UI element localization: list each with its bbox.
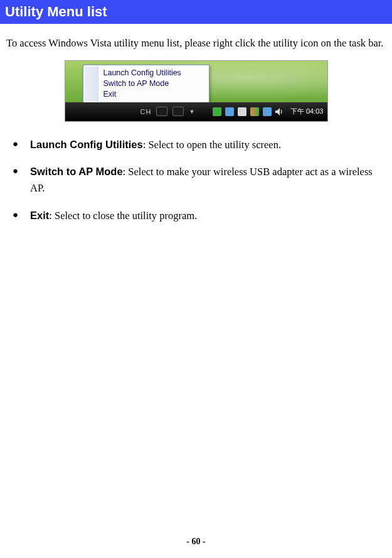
bullet-term: Switch to AP Mode xyxy=(30,166,123,177)
bullet-item-launch: ● Launch Config Utilities: Select to ope… xyxy=(6,137,386,153)
bullet-dot-icon: ● xyxy=(6,137,30,151)
context-menu: Launch Config Utilities Switch to AP Mod… xyxy=(83,65,209,103)
bullet-dot-icon: ● xyxy=(6,208,30,222)
context-menu-items: Launch Config Utilities Switch to AP Mod… xyxy=(98,67,208,101)
svg-marker-0 xyxy=(275,108,280,115)
intro-paragraph: To access Windows Vista utility menu lis… xyxy=(0,24,392,54)
ime-mode-icon[interactable] xyxy=(156,107,167,116)
context-menu-gutter xyxy=(85,67,98,101)
menu-item-exit[interactable]: Exit xyxy=(98,89,208,100)
bullet-list: ● Launch Config Utilities: Select to ope… xyxy=(0,131,392,223)
bullet-item-switch: ● Switch to AP Mode: Select to make your… xyxy=(6,164,386,196)
menu-item-launch-config[interactable]: Launch Config Utilities xyxy=(98,68,208,78)
screenshot-vista-taskbar: Launch Config Utilities Switch to AP Mod… xyxy=(65,60,328,122)
tray-app2-icon[interactable] xyxy=(238,107,246,116)
tray-network-icon[interactable] xyxy=(213,107,221,116)
bullet-text: Exit: Select to close the utility progra… xyxy=(30,208,386,224)
bullet-text: Switch to AP Mode: Select to make your w… xyxy=(30,164,386,196)
tray-app3-icon[interactable] xyxy=(250,107,259,116)
bullet-item-exit: ● Exit: Select to close the utility prog… xyxy=(6,208,386,224)
tray-utility-icon[interactable] xyxy=(263,107,272,116)
bullet-term: Launch Config Utilities xyxy=(30,139,143,150)
ime-dropdown-icon[interactable]: ▼ xyxy=(189,109,194,115)
taskbar-left-group: CH ▼ xyxy=(65,107,195,116)
clock[interactable]: 下午 04:03 xyxy=(288,107,324,116)
menu-item-switch-ap[interactable]: Switch to AP Mode xyxy=(98,78,208,89)
system-tray: 下午 04:03 xyxy=(210,107,327,116)
page-number: - 60 - xyxy=(0,537,392,547)
section-title: Utility Menu list xyxy=(5,4,107,19)
volume-icon[interactable] xyxy=(275,108,284,115)
bullet-term: Exit xyxy=(30,210,49,221)
taskbar: CH ▼ 下午 04:03 xyxy=(65,102,327,121)
ime-pad-icon[interactable] xyxy=(172,107,184,116)
ime-indicator[interactable]: CH xyxy=(140,108,152,115)
tray-app1-icon[interactable] xyxy=(225,107,234,116)
bullet-dot-icon: ● xyxy=(6,164,30,178)
section-header: Utility Menu list xyxy=(0,0,392,24)
bullet-desc: : Select to close the utility program. xyxy=(49,210,197,222)
bullet-desc: : Select to open the utility screen. xyxy=(143,139,281,151)
bullet-text: Launch Config Utilities: Select to open … xyxy=(30,137,386,153)
